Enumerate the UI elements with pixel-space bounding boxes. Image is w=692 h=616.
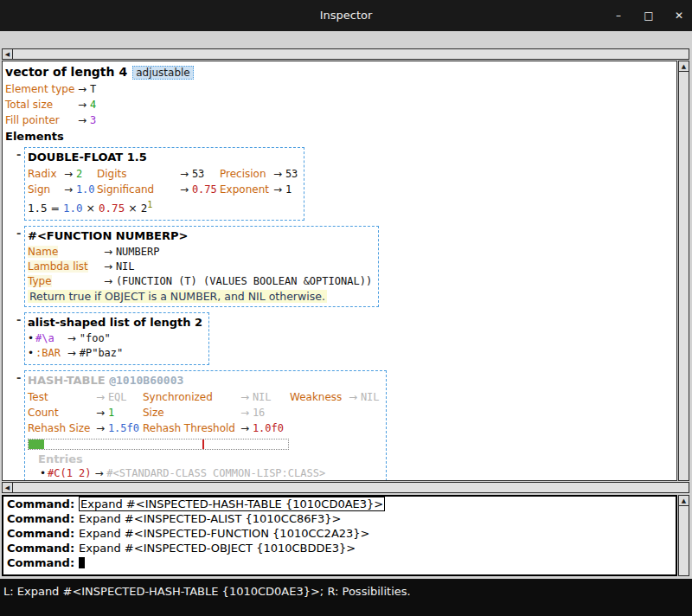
hash-entry-key[interactable]: #C(1 2) [48,467,92,479]
ht-value[interactable]: 1 [108,407,114,419]
arrow-icon: → [96,391,105,403]
double-float-attributes: Radix → 2 Digits → 53 Precision → 53 Sig… [28,166,298,197]
fn-value[interactable]: (FUNCTION (T) (VALUES BOOLEAN &OPTIONAL)… [116,275,372,287]
collapse-toggle-icon[interactable]: - [16,148,21,161]
df-value[interactable]: 53 [285,168,298,180]
interactor-horizontal-scrollbar[interactable]: ◀ [2,482,689,493]
horizontal-scroll-thumb[interactable] [13,483,689,492]
command-history-item[interactable]: Expand #<INSPECTED-HASH-TABLE {1010CD0AE… [79,497,385,511]
arrow-icon: → [180,168,189,180]
formula-significand: 0.75 [99,202,125,215]
attr-value[interactable]: 4 [90,99,96,111]
arrow-icon: → [96,407,105,419]
fn-label-type: Type [28,274,104,289]
command-history-item[interactable]: Expand #<INSPECTED-FUNCTION {1010CC2A23}… [79,527,369,540]
ht-value[interactable]: NIL [361,391,380,403]
alist-key[interactable]: :BAR [35,346,64,361]
arrow-icon: → [67,347,76,359]
arrow-icon: → [240,422,249,434]
interactor-pane[interactable]: Command:Expand #<INSPECTED-HASH-TABLE {1… [2,495,677,576]
collapse-toggle-icon[interactable]: - [16,313,21,326]
attr-value[interactable]: 3 [90,114,96,126]
command-history-item[interactable]: Expand #<INSPECTED-OBJECT {1010CBDDE3}> [79,542,356,555]
command-input-line[interactable]: Command: [7,556,672,570]
main-vertical-scrollbar[interactable]: ▲ [678,61,689,481]
ht-value-cell: → EQL [96,389,143,405]
ht-value[interactable]: 1.5f0 [108,422,139,434]
double-float-title[interactable]: DOUBLE-FLOAT 1.5 [28,150,298,164]
ht-value[interactable]: NIL [253,391,272,403]
scroll-up-icon: ▲ [682,497,686,504]
command-prompt: Command: [7,542,74,555]
fn-value[interactable]: NUMBERP [116,246,160,258]
arrow-icon: → [78,83,86,95]
arrow-icon: → [104,275,112,287]
ht-label-rehash-threshold: Rehash Threshold [143,420,240,436]
close-button[interactable]: ✕ [673,10,685,22]
df-value[interactable]: 0.75 [192,183,217,196]
vertical-scroll-thumb[interactable] [679,506,689,575]
alist-value[interactable]: "foo" [80,332,111,344]
main-horizontal-scrollbar[interactable]: ◀ [2,48,689,60]
df-label-radix: Radix [28,166,64,182]
df-label-exponent: Exponent [220,182,273,197]
hash-entries-heading: Entries [28,452,380,466]
attr-value[interactable]: T [90,83,96,95]
interactor-vertical-scrollbar[interactable]: ▲ [678,495,689,576]
arrow-icon: → [67,332,76,344]
command-history-line: Command:Expand #<INSPECTED-HASH-TABLE {1… [7,497,672,511]
command-history-item[interactable]: Expand #<INSPECTED-ALIST {1010CC86F3}> [79,512,341,525]
arrow-icon: → [349,391,357,403]
formula-sign: 1.0 [63,202,83,215]
scroll-up-button[interactable]: ▲ [679,496,689,506]
alist-title[interactable]: alist-shaped list of length 2 [28,315,202,330]
horizontal-scroll-thumb[interactable] [13,49,689,59]
hash-table-title[interactable]: HASH-TABLE @1010B60003 [28,373,380,388]
grid-spacer [290,405,349,420]
ht-value[interactable]: 1.0f0 [253,422,284,434]
attr-value-cell: → 3 [78,112,676,128]
command-prompt: Command: [7,512,74,525]
collapse-toggle-icon[interactable]: - [16,371,21,384]
scroll-left-icon: ◀ [5,51,10,58]
scroll-up-button[interactable]: ▲ [679,61,689,72]
command-prompt: Command: [7,497,74,510]
scroll-left-button[interactable]: ◀ [3,49,13,59]
function-panel: - #<FUNCTION NUMBERP> Name → NUMBERP Lam… [24,226,379,307]
alist-value[interactable]: #P"baz" [80,347,124,359]
hash-table-attributes: Test → EQL Synchronized → NIL Weakness →… [28,389,380,436]
vertical-scroll-thumb[interactable] [679,72,689,480]
scroll-left-icon: ◀ [5,484,10,491]
arrow-icon: → [78,114,86,126]
df-value-cell: → 53 [273,166,298,182]
arrow-icon: → [78,99,86,111]
grid-spacer [349,420,380,436]
hash-entry-value[interactable]: #<STANDARD-CLASS COMMON-LISP:CLASS> [106,467,325,479]
arrow-icon: → [64,183,73,196]
df-value[interactable]: 1.0 [76,183,95,196]
maximize-button[interactable]: □ [643,10,655,22]
attr-label-total-size: Total size [5,97,78,112]
collapse-toggle-icon[interactable]: - [16,227,21,240]
object-title[interactable]: vector of length 4 [5,65,127,79]
arrow-icon: → [273,168,282,180]
scroll-left-button[interactable]: ◀ [3,483,13,492]
df-value[interactable]: 1 [285,183,292,196]
command-history-line: Command:Expand #<INSPECTED-FUNCTION {101… [7,527,672,541]
ht-value-cell: → 16 [240,405,290,420]
arrow-icon: → [273,183,282,196]
df-label-digits: Digits [97,166,180,182]
ht-value[interactable]: EQL [108,391,127,403]
ht-value-cell: → 1.5f0 [96,420,143,436]
df-value[interactable]: 2 [76,168,82,180]
alist-entry: •#\a → "foo" [28,331,202,346]
titlebar: Inspector – □ ✕ [0,0,692,31]
formula-exponent: 1 [147,200,152,209]
function-title[interactable]: #<FUNCTION NUMBERP> [28,228,372,243]
df-value[interactable]: 53 [192,168,204,180]
minimize-button[interactable]: – [612,10,625,22]
ht-value[interactable]: 16 [253,407,265,419]
alist-key[interactable]: #\a [35,331,64,346]
ht-label-synchronized: Synchronized [143,389,240,405]
fn-value[interactable]: NIL [116,260,135,273]
